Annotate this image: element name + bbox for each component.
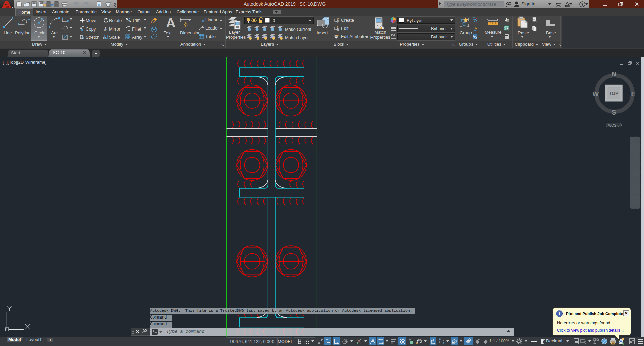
svg-text:S: S — [612, 109, 616, 115]
svg-text:i: i — [559, 311, 560, 316]
svg-text:N: N — [612, 71, 616, 78]
svg-text:E: E — [631, 90, 635, 98]
svg-text:A: A — [166, 17, 175, 30]
svg-text:?: ? — [581, 2, 584, 6]
svg-text:W: W — [593, 90, 599, 98]
svg-text:TOP: TOP — [609, 91, 619, 96]
